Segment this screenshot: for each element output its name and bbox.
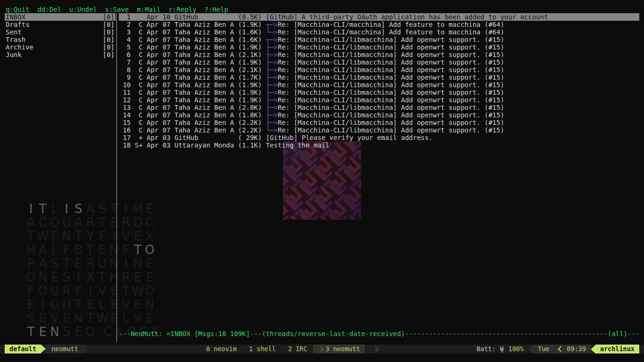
mail-row-meta: 1 Apr 10 GitHub (0.5K) <box>119 13 266 21</box>
powerline-arrow-icon <box>528 345 533 354</box>
mailbox-count: [0] <box>103 28 115 36</box>
thread-tree-icon: ├─> <box>266 81 278 89</box>
mailbox-sidebar: INBOX[0]Drafts[0]Sent[0]Trash[0]Archive[… <box>5 13 116 58</box>
mail-subject: [GitHub] Please verify your email addres… <box>266 134 433 141</box>
mail-row-15[interactable]: 15 C Apr 07 Taha Aziz Ben A (2.2K) ├─>Re… <box>119 119 639 126</box>
mail-row-meta: 15 C Apr 07 Taha Aziz Ben A (2.2K) <box>119 119 266 126</box>
sidebar-mailbox-sent[interactable]: Sent[0] <box>5 28 116 36</box>
thread-tree-icon: ├─> <box>266 74 278 81</box>
mail-list: 1 Apr 10 GitHub (0.5K) [GitHub] A third-… <box>119 13 639 149</box>
tmux-pane-title: neomutt <box>46 345 84 354</box>
mail-subject: Re: [Macchina-CLI/libmacchina] Add openw… <box>278 43 504 51</box>
thread-tree-icon: ├─> <box>266 111 278 119</box>
mail-row-14[interactable]: 14 C Apr 07 Taha Aziz Ben A (1.8K) ├─>Re… <box>119 111 639 119</box>
tmux-window-0[interactable]: 0 neovim <box>206 345 237 354</box>
tmux-window-active[interactable]: 3 neomutt <box>313 345 365 354</box>
thread-tree-icon: ├─> <box>266 119 278 126</box>
mail-subject: Testing the mail <box>266 141 330 149</box>
mail-row-meta: 9 C Apr 07 Taha Aziz Ben A (1.7K) <box>119 74 266 81</box>
mail-row-6[interactable]: 6 C Apr 07 Taha Aziz Ben A (2.1K) ├─>Re:… <box>119 51 639 58</box>
mail-row-18[interactable]: 18 S+ Apr 03 Uttarayan Monda (1.1K) Test… <box>119 141 639 149</box>
powerline-arrow-icon <box>591 345 595 354</box>
tmux-window-label: 3 neomutt <box>326 345 360 354</box>
mailbox-count: [0] <box>103 51 115 58</box>
sidebar-mailbox-trash[interactable]: Trash[0] <box>5 36 116 43</box>
battery-label: Batt: <box>477 345 496 354</box>
mail-subject: Re: [Macchina-CLI/libmacchina] Add openw… <box>278 66 504 74</box>
sidebar-mailbox-inbox[interactable]: INBOX[0] <box>5 13 116 21</box>
thread-tree-icon: ├─> <box>266 43 278 51</box>
thread-tree-icon: ├─> <box>266 51 278 58</box>
mail-subject: Re: [Macchina-CLI/libmacchina] Add openw… <box>278 111 504 119</box>
tmux-session-name[interactable]: default <box>5 345 41 354</box>
mail-row-16[interactable]: 16 C Apr 07 Taha Aziz Ben A (2.2K) └─>Re… <box>119 126 639 134</box>
time-value: 09:39 <box>567 345 586 354</box>
mail-row-5[interactable]: 5 C Apr 07 Taha Aziz Ben A (1.9K) ├─>Re:… <box>119 43 639 51</box>
sidebar-separator <box>116 13 117 342</box>
powerline-arrow-icon <box>375 345 380 354</box>
mail-subject: Re: [Macchina-CLI/libmacchina] Add openw… <box>278 74 504 81</box>
mail-row-meta: 8 C Apr 07 Taha Aziz Ben A (2.1K) <box>119 66 266 74</box>
mail-row-10[interactable]: 10 C Apr 07 Taha Aziz Ben A (1.9K) ├─>Re… <box>119 81 639 89</box>
hostname-badge: archlinux <box>595 345 639 354</box>
mail-row-4[interactable]: 4 C Apr 07 Taha Aziz Ben A (1.6K) ┬─>Re:… <box>119 36 639 43</box>
mail-row-13[interactable]: 13 C Apr 07 Taha Aziz Ben A (2.0K) ├─>Re… <box>119 104 639 111</box>
sidebar-mailbox-archive[interactable]: Archive[0] <box>5 43 116 51</box>
mail-subject: Re: [Macchina-CLI/libmacchina] Add openw… <box>278 126 504 134</box>
mailbox-count: [0] <box>103 21 115 28</box>
thread-tree-icon: ┬─> <box>266 21 278 28</box>
mail-row-2[interactable]: 2 C Apr 07 Taha Aziz Ben A (1.9K) ┬─>Re:… <box>119 21 639 28</box>
mail-row-meta: 2 C Apr 07 Taha Aziz Ben A (1.9K) <box>119 21 266 28</box>
mail-row-meta: 3 C Apr 07 Taha Aziz Ben A (1.6K) <box>119 28 266 36</box>
mailbox-count: [0] <box>103 36 115 43</box>
mailbox-name: Archive <box>6 43 33 51</box>
mailbox-count: [0] <box>103 13 115 21</box>
mailbox-name: Junk <box>6 51 22 58</box>
mail-row-meta: 17 + Apr 03 GitHub ( 29K) <box>119 134 266 141</box>
mailbox-name: Trash <box>6 36 25 43</box>
clock-day: Tue <box>533 345 554 354</box>
thread-tree-icon: └─> <box>266 126 278 134</box>
mail-subject: Re: [Macchina-CLI/libmacchina] Add openw… <box>278 89 504 96</box>
mail-row-1[interactable]: 1 Apr 10 GitHub (0.5K) [GitHub] A third-… <box>119 13 639 21</box>
tmux-left-section: default neomutt <box>5 345 89 354</box>
tmux-window-list: 0 neovim1 shell2 IRC3 neomutt <box>206 345 375 354</box>
mail-row-7[interactable]: 7 C Apr 07 Taha Aziz Ben A (1.9K) ├─>Re:… <box>119 58 639 66</box>
neomutt-status-line: ---NeoMutt: =INBOX [Msgs:18 109K]---(thr… <box>119 330 639 337</box>
tmux-right-section: Batt: 100% Tue 09:39 archlinux <box>477 345 644 354</box>
mailbox-name: INBOX <box>6 13 25 21</box>
clock-time: 09:39 <box>554 345 591 354</box>
thread-tree-icon: └─> <box>266 28 278 36</box>
mail-subject: Re: [Macchina-CLI/libmacchina] Add openw… <box>278 104 504 111</box>
mail-row-meta: 14 C Apr 07 Taha Aziz Ben A (1.8K) <box>119 111 266 119</box>
mail-row-12[interactable]: 12 C Apr 07 Taha Aziz Ben A (1.9K) ├─>Re… <box>119 96 639 104</box>
mail-row-meta: 6 C Apr 07 Taha Aziz Ben A (2.1K) <box>119 51 266 58</box>
neomutt-terminal: q:Quit dd:Del u:Undel s:Save m:Mail r:Re… <box>5 5 639 338</box>
tmux-window-2[interactable]: 2 IRC <box>288 345 307 354</box>
powerline-arrow-icon <box>84 345 89 353</box>
mail-row-meta: 5 C Apr 07 Taha Aziz Ben A (1.9K) <box>119 43 266 51</box>
mail-row-9[interactable]: 9 C Apr 07 Taha Aziz Ben A (1.7K) ├─>Re:… <box>119 74 639 81</box>
mail-subject: Re: [Macchina-CLI/macchina] Add feature … <box>278 28 504 36</box>
mail-subject: Re: [Macchina-CLI/libmacchina] Add openw… <box>278 36 504 43</box>
neomutt-help-bar: q:Quit dd:Del u:Undel s:Save m:Mail r:Re… <box>6 6 228 13</box>
mail-row-meta: 4 C Apr 07 Taha Aziz Ben A (1.6K) <box>119 36 266 43</box>
mail-subject: Re: [Macchina-CLI/libmacchina] Add openw… <box>278 58 504 66</box>
thread-tree-icon: ├─> <box>266 89 278 96</box>
mail-row-17[interactable]: 17 + Apr 03 GitHub ( 29K) [GitHub] Pleas… <box>119 134 639 141</box>
mail-row-meta: 18 S+ Apr 03 Uttarayan Monda (1.1K) <box>119 141 266 149</box>
mail-subject: Re: [Macchina-CLI/macchina] Add feature … <box>278 21 504 28</box>
mail-subject: Re: [Macchina-CLI/libmacchina] Add openw… <box>278 119 504 126</box>
mailbox-name: Sent <box>6 28 22 36</box>
mail-row-meta: 16 C Apr 07 Taha Aziz Ben A (2.2K) <box>119 126 266 134</box>
mail-row-meta: 10 C Apr 07 Taha Aziz Ben A (1.9K) <box>119 81 266 89</box>
mail-row-11[interactable]: 11 C Apr 07 Taha Aziz Ben A (1.9K) ├─>Re… <box>119 89 639 96</box>
power-plug-icon <box>499 346 504 353</box>
tmux-window-1[interactable]: 1 shell <box>249 345 276 354</box>
mail-row-meta: 11 C Apr 07 Taha Aziz Ben A (1.9K) <box>119 89 266 96</box>
sidebar-mailbox-junk[interactable]: Junk[0] <box>5 51 116 58</box>
mail-row-8[interactable]: 8 C Apr 07 Taha Aziz Ben A (2.1K) ├─>Re:… <box>119 66 639 74</box>
mail-row-3[interactable]: 3 C Apr 07 Taha Aziz Ben A (1.6K) └─>Re:… <box>119 28 639 36</box>
desktop-screen: ITLISASTIMEACQUARTERDCTWENTYFIVEXHALFBTE… <box>0 0 644 362</box>
sidebar-mailbox-drafts[interactable]: Drafts[0] <box>5 21 116 28</box>
